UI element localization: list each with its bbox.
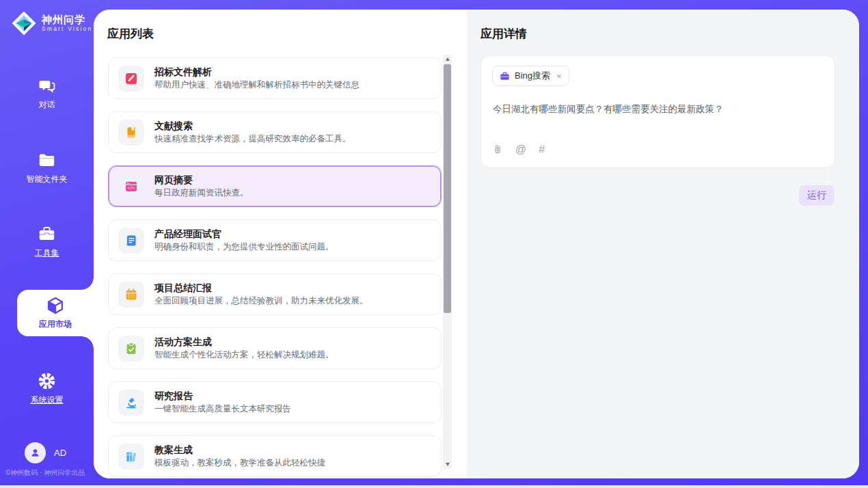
document-pen-icon (124, 234, 138, 247)
app-name: 网页摘要 (154, 174, 249, 186)
chat-icon (38, 77, 56, 95)
sidebar-item-label: 智能文件夹 (27, 174, 68, 185)
briefcase-icon (500, 71, 510, 81)
copyright-footer: ©神州数码 · 神州问学出品 (5, 468, 94, 478)
sidebar-item-label: 系统设置 (31, 394, 64, 406)
paperclip-icon[interactable] (493, 144, 503, 155)
person-icon (29, 447, 41, 459)
app-name: 文献搜索 (154, 120, 351, 132)
sidebar-item-toolbox[interactable]: 工具集 (0, 225, 94, 259)
tool-chip-label: Bing搜索 (515, 70, 550, 82)
user-profile[interactable]: AD (25, 442, 66, 463)
app-desc: 快速精准查找学术资源，提高研究效率的必备工具。 (154, 134, 351, 144)
app-card-event-plan[interactable]: 活动方案生成 智能生成个性化活动方案，轻松解决规划难题。 (108, 327, 442, 369)
app-detail-panel: 应用详情 Bing搜索 × 今日湖北有哪些新闻要点？有哪些需要关注的最新政策？ … (467, 10, 859, 478)
sidebar-item-label: 工具集 (35, 247, 59, 259)
hash-icon[interactable]: # (539, 144, 545, 155)
app-card-lesson-plan[interactable]: 教案生成 模板驱动，教案秒成，教学准备从此轻松快捷 (108, 435, 442, 477)
toolbox-icon (38, 225, 56, 243)
user-name: AD (54, 448, 66, 458)
app-name: 活动方案生成 (154, 336, 334, 348)
app-name: 研究报告 (154, 390, 291, 402)
app-list-scrollbar[interactable] (443, 55, 452, 469)
cube-icon (46, 296, 65, 315)
app-desc: 明确身份和职责，为您提供专业性的面试问题。 (154, 242, 334, 252)
sidebar-item-chat[interactable]: 对话 (0, 77, 94, 111)
app-desc: 智能生成个性化活动方案，轻松解决规划难题。 (154, 350, 334, 360)
folder-icon (38, 151, 56, 170)
sidebar-item-settings[interactable]: 系统设置 (0, 372, 94, 406)
app-desc: 帮助用户快速、准确地理解和解析招标书中的关键信息 (154, 80, 360, 90)
close-icon[interactable]: × (556, 72, 562, 81)
books-icon (124, 450, 138, 463)
app-desc: 全面回顾项目进展，总结经验教训，助力未来优化发展。 (154, 296, 368, 306)
scroll-up-arrow[interactable] (443, 55, 452, 64)
app-name: 项目总结汇报 (154, 282, 368, 294)
app-desc: 模板驱动，教案秒成，教学准备从此轻松快捷 (154, 458, 325, 468)
composer-toolbar: @ # (493, 144, 545, 155)
bottom-strip (0, 485, 868, 488)
app-name: 招标文件解析 (154, 66, 360, 78)
app-name: 教案生成 (154, 444, 325, 456)
diamond-logo-icon (11, 10, 37, 36)
query-input[interactable]: 今日湖北有哪些新闻要点？有哪些需要关注的最新政策？ (493, 103, 821, 116)
svg-text:</>: </> (127, 185, 135, 190)
sidebar-item-label: 应用市场 (39, 318, 72, 330)
app-name: 产品经理面试官 (154, 228, 334, 240)
calendar-icon (124, 288, 138, 301)
sidebar-item-smart-folder[interactable]: 智能文件夹 (0, 151, 94, 185)
microscope-icon (124, 396, 138, 409)
brand-subtitle: Smart Vision (42, 25, 92, 33)
brand-logo: 神州问学 Smart Vision (11, 10, 92, 36)
browser-code-icon: </> (124, 180, 138, 193)
app-card-research-report[interactable]: 研究报告 一键智能生成高质量长文本研究报告 (108, 381, 442, 423)
main-container: 应用列表 招标文件解析 帮助用户快速、准确地理解和解析招标书中的关键信息 (94, 10, 859, 478)
tool-chip-bing-search[interactable]: Bing搜索 × (492, 66, 569, 86)
sidebar: 神州问学 Smart Vision 对话 智能文件夹 工具集 (0, 0, 94, 485)
app-card-literature-search[interactable]: 文献搜索 快速精准查找学术资源，提高研究效率的必备工具。 (108, 111, 442, 153)
app-card-project-summary[interactable]: 项目总结汇报 全面回顾项目进展，总结经验教训，助力未来优化发展。 (108, 273, 442, 315)
app-list-title: 应用列表 (107, 26, 154, 42)
app-card-pm-interviewer[interactable]: 产品经理面试官 明确身份和职责，为您提供专业性的面试问题。 (108, 219, 442, 261)
prompt-card: Bing搜索 × 今日湖北有哪些新闻要点？有哪些需要关注的最新政策？ @ # (480, 55, 835, 168)
run-button[interactable]: 运行 (799, 185, 835, 206)
app-desc: 每日政府新闻资讯快查。 (154, 188, 249, 198)
at-icon[interactable]: @ (515, 144, 526, 155)
app-desc: 一键智能生成高质量长文本研究报告 (154, 404, 291, 414)
scroll-down-arrow[interactable] (443, 460, 452, 469)
gear-icon (38, 372, 56, 390)
app-items: 招标文件解析 帮助用户快速、准确地理解和解析招标书中的关键信息 文献搜索 快速精… (108, 57, 442, 477)
sidebar-item-label: 对话 (39, 99, 55, 111)
app-card-bid-document-parse[interactable]: 招标文件解析 帮助用户快速、准确地理解和解析招标书中的关键信息 (108, 57, 442, 99)
brand-name: 神州问学 (42, 14, 92, 25)
scrollbar-thumb[interactable] (444, 64, 451, 313)
sidebar-item-app-market[interactable]: 应用市场 (17, 290, 94, 336)
book-icon (124, 126, 138, 139)
app-detail-title: 应用详情 (480, 26, 527, 42)
avatar (25, 442, 46, 463)
app-card-web-summary[interactable]: </> 网页摘要 每日政府新闻资讯快查。 (108, 165, 442, 207)
app-list-panel: 应用列表 招标文件解析 帮助用户快速、准确地理解和解析招标书中的关键信息 (94, 10, 467, 478)
pen-square-icon (124, 72, 138, 85)
clipboard-check-icon (124, 342, 138, 355)
